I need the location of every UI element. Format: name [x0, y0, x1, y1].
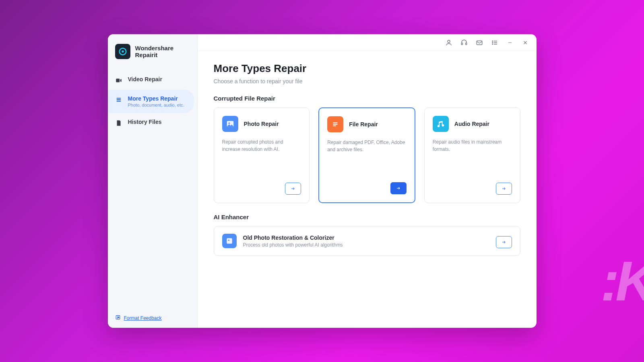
svg-point-13: [492, 42, 493, 43]
card-desc: Repair damaged PDF, Office, Adobe and ar…: [327, 139, 407, 153]
sidebar-item-label: More Types Repair: [128, 95, 184, 102]
document-icon: [327, 116, 343, 132]
main: More Types Repair Choose a function to r…: [198, 34, 537, 328]
page-title: More Types Repair: [214, 62, 520, 75]
svg-rect-9: [465, 43, 466, 45]
close-icon[interactable]: [521, 39, 529, 47]
section-title-ai: AI Enhancer: [214, 214, 520, 220]
nav: Video Repair More Types Repair Photo, do…: [108, 70, 197, 308]
card-title: File Repair: [349, 121, 378, 128]
sidebar-item-sublabel: Photo, document, audio, etc.: [128, 103, 184, 107]
page-subtitle: Choose a function to repair your file: [214, 78, 520, 84]
sidebar-item-label: History Files: [128, 119, 162, 125]
card-desc: Repair audio files in mainstream formats…: [433, 138, 512, 153]
list-icon: [115, 96, 122, 103]
sidebar-item-more-types[interactable]: More Types Repair Photo, document, audio…: [108, 90, 194, 113]
arrow-button[interactable]: [390, 182, 407, 194]
card-title: Photo Repair: [244, 121, 279, 127]
sidebar-footer[interactable]: Format Feedback: [108, 308, 197, 328]
titlebar: [198, 34, 537, 51]
svg-point-11: [492, 41, 493, 41]
watermark: :K: [601, 249, 644, 314]
card-audio-repair[interactable]: Audio Repair Repair audio files in mains…: [424, 107, 520, 203]
svg-point-15: [492, 44, 493, 45]
svg-point-7: [448, 40, 450, 43]
app-window: Wondershare Repairit Video Repair More T…: [108, 34, 537, 328]
file-icon: [115, 119, 122, 127]
brand-logo-icon: [115, 44, 130, 59]
arrow-button[interactable]: [285, 183, 301, 195]
edit-icon: [115, 315, 121, 321]
headset-icon[interactable]: [460, 39, 468, 47]
svg-rect-8: [461, 43, 462, 45]
card-title: Audio Repair: [454, 121, 489, 127]
card-photo-repair[interactable]: Photo Repair Repair corrupted photos and…: [214, 107, 310, 203]
sidebar-item-history[interactable]: History Files: [108, 113, 197, 132]
music-icon: [433, 116, 449, 132]
photo-icon: [222, 116, 238, 132]
card-title: Old Photo Restoration & Colorizer: [243, 234, 343, 241]
section-title-corrupted: Corrupted File Repair: [214, 95, 520, 102]
brand-name: Wondershare Repairit: [135, 45, 174, 59]
svg-rect-28: [227, 238, 232, 243]
format-feedback-link[interactable]: Format Feedback: [124, 315, 162, 321]
content: More Types Repair Choose a function to r…: [198, 51, 537, 267]
sidebar-item-video-repair[interactable]: Video Repair: [108, 70, 197, 90]
svg-point-21: [228, 122, 230, 124]
svg-point-1: [122, 50, 124, 53]
card-desc: Process old photos with powerful AI algo…: [243, 242, 343, 248]
sidebar: Wondershare Repairit Video Repair More T…: [108, 34, 198, 328]
arrow-button[interactable]: [496, 183, 512, 195]
arrow-button[interactable]: [496, 236, 512, 248]
svg-point-29: [228, 240, 229, 241]
user-icon[interactable]: [445, 39, 453, 47]
card-file-repair[interactable]: File Repair Repair damaged PDF, Office, …: [318, 107, 415, 203]
card-desc: Repair corrupted photos and increase res…: [222, 138, 301, 153]
sidebar-item-label: Video Repair: [128, 76, 162, 82]
svg-rect-2: [116, 79, 120, 82]
video-icon: [115, 77, 122, 84]
restore-icon: [222, 234, 237, 248]
menu-icon[interactable]: [491, 39, 499, 47]
minimize-icon[interactable]: [506, 39, 514, 47]
mail-icon[interactable]: [475, 39, 483, 47]
svg-rect-10: [477, 41, 482, 45]
card-old-photo-restoration[interactable]: Old Photo Restoration & Colorizer Proces…: [214, 226, 520, 256]
brand: Wondershare Repairit: [108, 34, 197, 70]
cards-row: Photo Repair Repair corrupted photos and…: [214, 107, 520, 203]
